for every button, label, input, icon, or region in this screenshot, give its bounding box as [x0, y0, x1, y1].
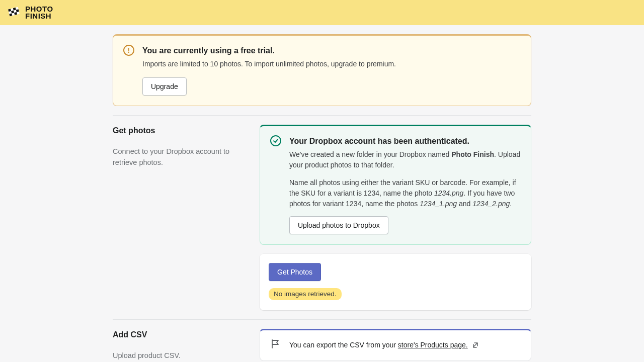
get-photos-card: Get Photos No images retrieved. [260, 254, 531, 310]
retrieval-status-badge: No images retrieved. [269, 288, 342, 300]
add-csv-desc: Upload product CSV. [113, 350, 250, 361]
dropbox-auth-title: Your Dropbox account has been authentica… [289, 135, 521, 147]
app-logo: PHOTO FINISH [7, 5, 53, 20]
add-csv-section: Add CSV Upload product CSV. You can expo… [113, 320, 531, 362]
get-photos-desc: Connect to your Dropbox account to retri… [113, 146, 250, 168]
trial-banner-desc: Imports are limited to 10 photos. To imp… [142, 59, 521, 69]
get-photos-button[interactable]: Get Photos [269, 263, 321, 281]
external-link-icon [472, 341, 478, 351]
trial-banner: ! You are currently using a free trial. … [113, 34, 531, 106]
dropbox-auth-desc2: Name all photos using either the variant… [289, 177, 521, 209]
dropbox-auth-desc1: We've created a new folder in your Dropb… [289, 149, 521, 170]
upload-to-dropbox-button[interactable]: Upload photos to Dropbox [289, 216, 388, 234]
brand-line2: FINISH [25, 13, 53, 20]
add-csv-title: Add CSV [113, 329, 250, 341]
flag-icon [7, 5, 21, 20]
get-photos-title: Get photos [113, 125, 250, 137]
warning-icon: ! [123, 45, 134, 56]
products-page-link[interactable]: store's Products page. [398, 341, 468, 349]
flag-icon [270, 338, 281, 352]
dropbox-auth-banner: Your Dropbox account has been authentica… [260, 125, 531, 245]
csv-info-text: You can export the CSV from your store's… [289, 340, 478, 351]
trial-banner-title: You are currently using a free trial. [142, 45, 521, 57]
check-circle-icon [270, 135, 281, 146]
csv-info-banner: You can export the CSV from your store's… [260, 329, 531, 361]
get-photos-section: Get photos Connect to your Dropbox accou… [113, 116, 531, 319]
app-header: PHOTO FINISH [0, 0, 644, 25]
upgrade-button[interactable]: Upgrade [142, 77, 187, 96]
